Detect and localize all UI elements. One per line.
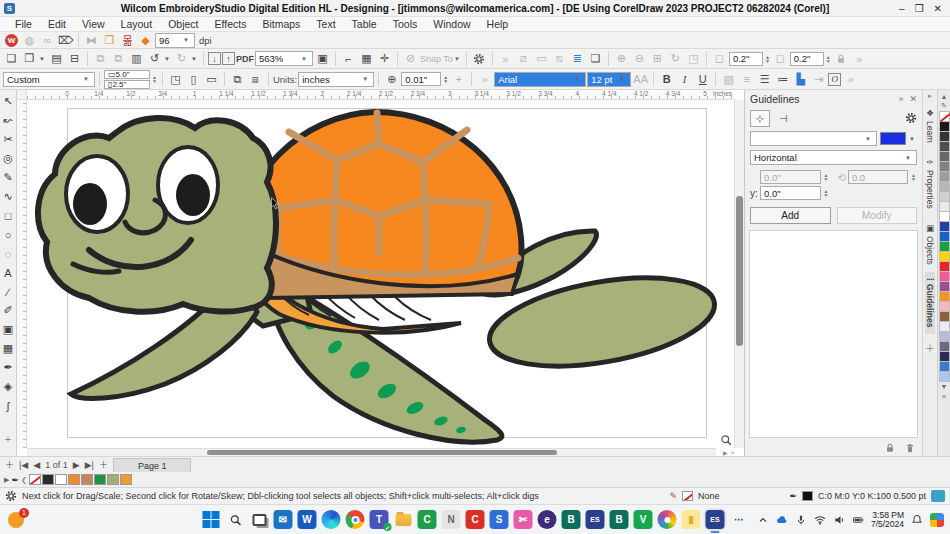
notification-orange-icon[interactable]: 1 <box>8 512 24 528</box>
ruler-vertical[interactable] <box>17 100 27 448</box>
notification-bell-icon[interactable] <box>911 514 923 526</box>
guidelines-gear-icon[interactable] <box>905 112 917 124</box>
add-docker-icon[interactable]: ＋ <box>925 340 935 355</box>
paste-icon[interactable]: ▥ <box>128 51 145 67</box>
scroll-right-icon[interactable]: ▶ <box>723 449 728 456</box>
print-icon[interactable]: ⊟ <box>66 51 83 67</box>
bezier-tool-icon[interactable]: ∿ <box>1 187 16 206</box>
undo-icon[interactable]: ↺ <box>146 51 163 67</box>
underline-button[interactable]: U <box>694 71 711 87</box>
options-gear-icon[interactable] <box>471 51 488 67</box>
restore-button[interactable]: ❐ <box>915 3 924 14</box>
page-tab[interactable]: Page 1 <box>113 458 192 472</box>
guide-orientation-dropdown[interactable]: Horizontal▼ <box>750 150 917 165</box>
doc-color-swatch[interactable] <box>68 474 80 485</box>
apply-current-page-icon[interactable]: ⧈ <box>247 71 264 87</box>
apply-all-pages-icon[interactable]: ⧉ <box>229 71 246 87</box>
edge-icon[interactable] <box>322 510 341 529</box>
outline-swatch[interactable] <box>802 491 813 501</box>
undo-dropdown-icon[interactable]: ▼ <box>164 56 172 62</box>
corner-radius-field-2[interactable]: 0.2" <box>790 52 824 66</box>
rotate-object-icon[interactable]: ⊕ <box>613 51 630 67</box>
outline-o-button[interactable]: O <box>828 73 841 86</box>
nl-app-icon[interactable]: N <box>442 510 461 529</box>
next-page-icon[interactable]: ▶ <box>73 460 80 470</box>
docpal-flyout-icon[interactable]: ▶ <box>4 476 9 484</box>
weld-icon[interactable]: ⧄ <box>515 51 532 67</box>
corner-spin-1[interactable]: ▲▼ <box>764 55 771 63</box>
menu-item-file[interactable]: File <box>8 18 39 30</box>
speaker-icon[interactable] <box>833 514 845 526</box>
connector-tool-icon[interactable]: ∕ <box>1 282 16 301</box>
palette-scroll-down-icon[interactable]: ▼ <box>939 381 950 391</box>
file-explorer-icon[interactable] <box>394 510 413 529</box>
flowchart-icon[interactable]: 몲 <box>119 32 136 48</box>
text-tool-icon[interactable]: A <box>1 263 16 282</box>
corner-radius-field-1[interactable]: 0.2" <box>729 52 763 66</box>
onedrive-cloud-icon[interactable] <box>776 514 788 526</box>
horizontal-scrollbar[interactable] <box>27 448 716 456</box>
bottle-b2-icon[interactable]: B <box>610 510 629 529</box>
export-icon[interactable]: ↑ <box>222 52 235 65</box>
text-frame-icon[interactable]: ▧ <box>720 71 737 87</box>
wilcom-logo-icon[interactable]: W <box>3 32 20 48</box>
trim-icon[interactable]: ▭ <box>533 51 550 67</box>
docker-tab-learn[interactable]: ❖Learn <box>925 102 935 149</box>
nudge-field[interactable]: 0.01" <box>401 72 441 86</box>
palette-pen-icon[interactable]: ✎ <box>939 101 950 111</box>
vertical-scrollbar[interactable] <box>734 100 744 448</box>
microphone-icon[interactable] <box>795 514 807 526</box>
doc-color-none[interactable] <box>29 474 41 485</box>
polygon-tool-icon[interactable]: ◌ <box>1 244 16 263</box>
teams-icon[interactable]: T✓ <box>370 510 389 529</box>
rectangle-tool-icon[interactable]: □ <box>1 206 16 225</box>
cut-icon[interactable]: ⧉ <box>92 51 109 67</box>
mirror-h-icon[interactable]: ⊖ <box>631 51 648 67</box>
open-icon[interactable]: ❒ <box>21 51 38 67</box>
outlook-icon[interactable]: ✉ <box>274 510 293 529</box>
bottle-b-icon[interactable]: B <box>562 510 581 529</box>
delete-guideline-icon[interactable] <box>904 442 916 454</box>
wifi-icon[interactable] <box>814 514 826 526</box>
camera-icon[interactable]: ⌦ <box>57 32 74 48</box>
more-icon[interactable]: ⋯ <box>730 510 749 529</box>
doc-color-swatch[interactable] <box>107 474 119 485</box>
propbar-overflow-icon[interactable]: » <box>476 71 493 87</box>
eyedropper-tool-icon[interactable]: ✒ <box>1 358 16 377</box>
menu-item-effects[interactable]: Effects <box>207 18 253 30</box>
nudge-spin[interactable]: ▲▼ <box>442 75 449 83</box>
frame-icon[interactable]: ❏ <box>587 51 604 67</box>
corner-spin-2[interactable]: ▲▼ <box>825 55 832 63</box>
doc-color-swatch[interactable] <box>120 474 132 485</box>
prev-page-icon[interactable]: ◀ <box>33 460 40 470</box>
search-icon[interactable] <box>226 510 245 529</box>
texture-icon[interactable]: ◆ <box>137 32 154 48</box>
panel-expand-icon[interactable]: » <box>898 94 903 104</box>
redo-dropdown-icon[interactable]: ▼ <box>191 56 199 62</box>
menu-item-window[interactable]: Window <box>426 18 477 30</box>
doc-color-swatch[interactable] <box>94 474 106 485</box>
lock-guidelines-icon[interactable] <box>884 442 896 454</box>
docpal-eyedropper-icon[interactable]: ✒ <box>11 475 19 485</box>
snap-off-icon[interactable]: ⊘ <box>402 51 419 67</box>
save-icon[interactable]: ▤ <box>48 51 65 67</box>
nodes-icon[interactable]: ⧓ <box>83 32 100 48</box>
guide-y-spin[interactable]: ▲▼ <box>823 189 830 197</box>
redo-icon[interactable]: ↻ <box>173 51 190 67</box>
add-page-after-icon[interactable]: ＋ <box>99 458 108 471</box>
menu-item-help[interactable]: Help <box>480 18 516 30</box>
add-page-before-icon[interactable]: ＋ <box>5 458 14 471</box>
full-screen-icon[interactable]: ▣ <box>314 51 331 67</box>
modify-guideline-button[interactable]: Modify <box>837 207 918 224</box>
menu-item-layout[interactable]: Layout <box>114 18 160 30</box>
dock-arrow-icon[interactable]: ▸ <box>928 92 932 100</box>
free-rotate-icon[interactable]: ↻ <box>667 51 684 67</box>
green-v-app-icon[interactable]: V <box>634 510 653 529</box>
font-size-dropdown[interactable]: 12 pt▼ <box>587 72 631 87</box>
embroidery-studio-icon[interactable]: ES <box>586 510 605 529</box>
freehand-pick-tool-icon[interactable]: ↜ <box>1 111 16 130</box>
docker-tab-guidelines[interactable]: ⁞Guidelines <box>925 272 935 333</box>
start-icon[interactable] <box>202 510 221 529</box>
color-folder-icon[interactable]: ❒ <box>101 32 118 48</box>
numbered-list-icon[interactable]: ≔ <box>774 71 791 87</box>
